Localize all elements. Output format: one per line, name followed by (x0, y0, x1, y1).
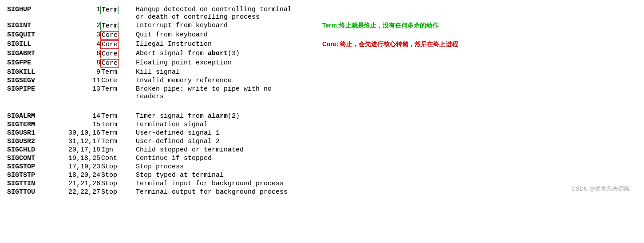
action-text: Cont (100, 155, 118, 162)
signal-action: Core (100, 49, 136, 59)
action-badge: Core (100, 50, 119, 58)
signal-name: SIGKILL (7, 68, 60, 76)
signal-number: 3 (60, 31, 100, 40)
signal-action: Stop (100, 179, 136, 188)
table-row: SIGTTIN 21,21,26 Stop Terminal input for… (7, 179, 637, 188)
table-row: SIGSEGV 11 Core Invalid memory reference (7, 76, 637, 85)
signal-desc: Interrupt from keyboard (136, 21, 322, 31)
table-row: SIGCONT 19,18,25 Cont Continue if stoppe… (7, 154, 637, 163)
annotation-text: Core: 终止，会先进行核心转储，然后在终止进程 (322, 40, 458, 48)
table-row: SIGINT 2 Term Interrupt from keyboard Te… (7, 21, 637, 31)
signal-name: SIGFPE (7, 59, 60, 68)
signal-number: 8 (60, 59, 100, 68)
signal-name: SIGSEGV (7, 76, 60, 85)
bold-text: abort (208, 50, 228, 57)
watermark: CSDN @梦乘风去远航 (571, 185, 630, 193)
signal-name: SIGTTIN (7, 179, 60, 188)
signal-desc: Quit from keyboard (136, 31, 322, 40)
signal-desc: Terminal output for background process (136, 188, 322, 196)
signal-number: 21,21,26 (60, 179, 100, 188)
signal-annotation (322, 171, 637, 179)
signal-desc: Hangup detected on controlling terminalo… (136, 5, 322, 21)
signal-desc: User-defined signal 2 (136, 137, 322, 146)
signal-desc: Timer signal from alarm(2) (136, 112, 322, 120)
signal-desc: Termination signal (136, 120, 322, 129)
signal-number: 11 (60, 76, 100, 85)
action-badge: Term (100, 6, 119, 14)
signal-table: SIGHUP 1 Term Hangup detected on control… (7, 5, 637, 196)
signal-desc: User-defined signal 1 (136, 129, 322, 137)
signal-action: Term (100, 137, 136, 146)
signal-annotation: Term:终止就是终止，没有任何多余的动作 (322, 21, 637, 31)
table-row: SIGHUP 1 Term Hangup detected on control… (7, 5, 637, 21)
action-badge: Term (100, 22, 119, 30)
signal-name: SIGTTOU (7, 188, 60, 196)
table-row: SIGPIPE 13 Term Broken pipe: write to pi… (7, 85, 637, 101)
signal-desc: Stop typed at terminal (136, 171, 322, 179)
signal-number: 22,22,27 (60, 188, 100, 196)
action-text: Stop (100, 163, 118, 171)
signal-action: Core (100, 76, 136, 85)
signal-name: SIGILL (7, 40, 60, 49)
signal-name: SIGSTOP (7, 163, 60, 171)
signal-number: 31,12,17 (60, 137, 100, 146)
signal-action: Stop (100, 188, 136, 196)
action-badge: Core (100, 31, 119, 40)
signal-annotation (322, 49, 637, 59)
table-row: SIGCHLD 20,17,18 Ign Child stopped or te… (7, 146, 637, 154)
signal-action: Cont (100, 154, 136, 163)
signal-annotation (322, 154, 637, 163)
signal-name: SIGTSTP (7, 171, 60, 179)
signal-action: Term (100, 5, 136, 21)
signal-desc: Abort signal from abort(3) (136, 49, 322, 59)
signal-desc: Kill signal (136, 68, 322, 76)
table-row: SIGTERM 15 Term Termination signal (7, 120, 637, 129)
action-text: Stop (100, 180, 118, 187)
signal-annotation (322, 137, 637, 146)
table-row: SIGKILL 9 Term Kill signal (7, 68, 637, 76)
signal-number: 15 (60, 120, 100, 129)
signal-desc: Stop process (136, 163, 322, 171)
signal-number: 6 (60, 49, 100, 59)
table-row: SIGALRM 14 Term Timer signal from alarm(… (7, 112, 637, 120)
signal-number: 20,17,18 (60, 146, 100, 154)
signal-number: 13 (60, 85, 100, 101)
signal-table-container: SIGHUP 1 Term Hangup detected on control… (7, 5, 637, 196)
table-row: SIGQUIT 3 Core Quit from keyboard (7, 31, 637, 40)
action-text: Term (100, 129, 118, 137)
signal-desc: Child stopped or terminated (136, 146, 322, 154)
signal-number: 19,18,25 (60, 154, 100, 163)
signal-name: SIGUSR2 (7, 137, 60, 146)
table-row: SIGFPE 8 Core Floating point exception (7, 59, 637, 68)
action-text: Term (100, 138, 118, 145)
table-row: SIGTTOU 22,22,27 Stop Terminal output fo… (7, 188, 637, 196)
signal-number: 18,20,24 (60, 171, 100, 179)
table-row: SIGUSR1 30,10,16 Term User-defined signa… (7, 129, 637, 137)
table-row: SIGABRT 6 Core Abort signal from abort(3… (7, 49, 637, 59)
signal-annotation: Core: 终止，会先进行核心转储，然后在终止进程 (322, 40, 637, 49)
table-row: SIGUSR2 31,12,17 Term User-defined signa… (7, 137, 637, 146)
signal-action: Core (100, 31, 136, 40)
signal-annotation (322, 85, 637, 101)
action-text: Core (100, 77, 118, 84)
signal-name: SIGQUIT (7, 31, 60, 40)
signal-number: 9 (60, 68, 100, 76)
signal-annotation (322, 120, 637, 129)
signal-action: Term (100, 85, 136, 101)
signal-name: SIGALRM (7, 112, 60, 120)
action-text: Term (100, 85, 118, 93)
action-text: Term (100, 112, 118, 120)
annotation-text: Term:终止就是终止，没有任何多余的动作 (322, 22, 439, 29)
bold-text: alarm (208, 112, 228, 120)
signal-action: Core (100, 59, 136, 68)
signal-number: 2 (60, 21, 100, 31)
table-row: SIGSTOP 17,19,23 Stop Stop process (7, 163, 637, 171)
signal-number: 30,10,16 (60, 129, 100, 137)
signal-name: SIGUSR1 (7, 129, 60, 137)
signal-desc: Illegal Instruction (136, 40, 322, 49)
signal-number: 17,19,23 (60, 163, 100, 171)
action-badge: Core (100, 40, 119, 49)
signal-name: SIGCONT (7, 154, 60, 163)
action-badge: Core (100, 59, 119, 68)
signal-name: SIGPIPE (7, 85, 60, 101)
